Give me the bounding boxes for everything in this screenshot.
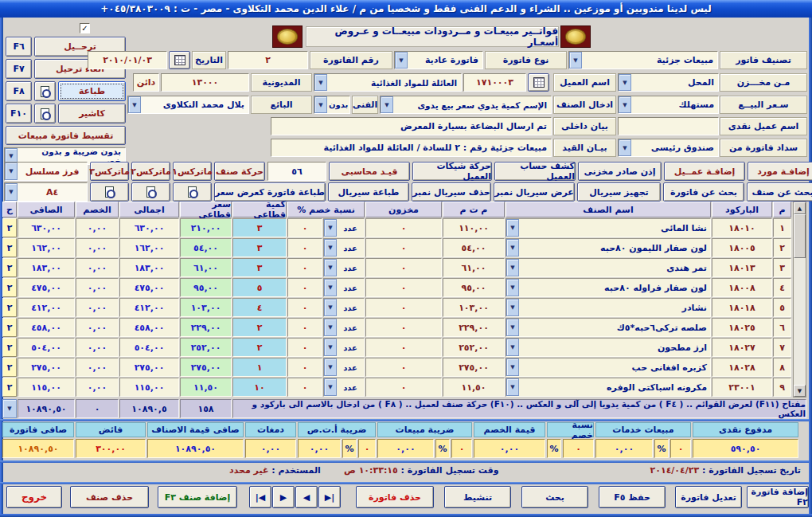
cell-mtm[interactable]: ٥٤,٠٠ [443, 238, 505, 257]
item-movement-button[interactable]: حركة صنف [214, 162, 265, 181]
calendar-button[interactable] [169, 51, 190, 69]
stock-issue-button[interactable]: إذن صادر مخزنى [578, 162, 662, 181]
cell-total[interactable]: ٤١٢,٠٠ [119, 298, 179, 317]
cell-discount[interactable]: ٠,٠٠ [76, 358, 119, 377]
add-customer-button[interactable]: إضافـة عمــيل [664, 162, 745, 181]
cell-discount-pct[interactable]: ٠ [287, 338, 322, 357]
matrix1-button[interactable]: ماتركس١ [173, 162, 212, 181]
unit-combo[interactable]: ▼عدد [323, 218, 365, 237]
cell-retail-qty[interactable]: ٣ [232, 218, 287, 237]
search-item-button[interactable]: بحث عن صنف [747, 182, 812, 202]
item-name-combo[interactable]: ▼مكرونه اسباكتى الوفره [506, 378, 711, 397]
item-name-combo[interactable]: ▼ارز مطحون [506, 338, 711, 357]
delete-invoice-button[interactable]: حذف فاتورة [356, 486, 434, 508]
cell-discount[interactable]: ٠,٠٠ [76, 278, 119, 297]
item-name-combo[interactable]: ▼لون صفار فراوله ٨٠حبه [506, 278, 711, 297]
stamps-value[interactable]: ٠,٠٠ [245, 439, 296, 458]
row-expand-button[interactable]: ٢ [2, 338, 17, 357]
f7-key-button[interactable]: F٧ [6, 59, 32, 79]
services-value[interactable]: ٠,٠٠ [595, 439, 653, 458]
cell-discount[interactable]: ٠,٠٠ [76, 378, 119, 397]
cell-discount[interactable]: ٠,٠٠ [76, 338, 119, 357]
counter-field[interactable]: ٥٦ [267, 162, 326, 181]
cell-barcode[interactable]: ١٨٠٠٨ [712, 278, 772, 297]
cell-retail-qty[interactable]: ٢ [232, 318, 287, 337]
cell-discount-pct[interactable]: ٠ [287, 278, 322, 297]
cell-discount-pct[interactable]: ٠ [287, 318, 322, 337]
print-preview-button[interactable] [34, 81, 56, 101]
cell-retail-qty[interactable]: ١ [232, 358, 287, 377]
hints-dropdown-button[interactable]: ▼ [2, 399, 17, 418]
cell-retail-qty[interactable]: ٢ [232, 338, 287, 357]
exit-button[interactable]: خروج [6, 486, 62, 508]
warehouse-combo[interactable]: ▼ المحل [618, 73, 719, 92]
unit-combo[interactable]: ▼عدد [323, 338, 365, 357]
add-invoice-button[interactable]: إضافة فاتورة F٢ [747, 486, 809, 508]
row-expand-button[interactable]: ٢ [2, 298, 17, 317]
item-name-combo[interactable]: ▼نشادر [506, 298, 711, 317]
add-item-button[interactable]: إضافة صنف F٣ [158, 486, 237, 508]
cell-retail-price[interactable]: ٥٤,٠٠ [180, 238, 232, 257]
delete-serial-button[interactable]: حذف سيريال نمبر [412, 182, 491, 202]
cell-retail-qty[interactable]: ١٠ [232, 378, 287, 397]
cell-discount[interactable]: ٠,٠٠ [76, 218, 119, 237]
cell-mtm[interactable]: ٦١,٠٠ [443, 258, 505, 277]
print-serial-button[interactable]: طباعة سيريال [328, 182, 409, 202]
f8-key-button[interactable]: F٨ [6, 81, 32, 101]
cell-barcode[interactable]: ١٨٠١٠ [712, 218, 772, 237]
ats-tax-value[interactable]: ٠,٠٠ [298, 439, 341, 458]
cell-net[interactable]: ٤٧٥,٠٠ [18, 278, 75, 297]
cell-total[interactable]: ٤٧٥,٠٠ [119, 278, 179, 297]
cell-mtm[interactable]: ٢٥٢,٠٠ [443, 338, 505, 357]
cell-retail-qty[interactable]: ٣ [232, 238, 287, 257]
cell-net[interactable]: ٤١٢,٠٠ [18, 298, 75, 317]
payment-from-combo[interactable]: ▼ صندوق رئيسى [618, 139, 719, 157]
cell-mtm[interactable]: ١١,٥٠ [443, 378, 505, 397]
prepare-serial-button[interactable]: تجهيز سيريال [577, 182, 661, 202]
discount-value[interactable]: ٠,٠٠ [474, 439, 545, 458]
cell-stock[interactable]: ٠ [365, 258, 442, 277]
cell-discount-pct[interactable]: ٠ [287, 238, 322, 257]
cell-mtm[interactable]: ٢٧٥,٠٠ [443, 358, 505, 377]
cell-total[interactable]: ١٦٢,٠٠ [119, 238, 179, 257]
nav-last-button[interactable]: ▶| [318, 486, 341, 508]
unit-combo[interactable]: ▼عدد [323, 258, 365, 277]
accounting-entry-button[interactable]: قيـد محاسبى [329, 162, 410, 181]
cell-retail-qty[interactable]: ٣ [232, 258, 287, 277]
invoice-number-field[interactable]: ٢ [228, 51, 308, 69]
invoice-type-combo[interactable]: ▼ فاتورة عادية [394, 51, 483, 69]
unit-combo[interactable]: ▼عدد [323, 318, 365, 337]
activate-button[interactable]: تنشيط [444, 486, 511, 508]
cell-stock[interactable]: ٠ [365, 318, 442, 337]
nav-next-button[interactable]: ▶ [272, 486, 295, 508]
cell-stock[interactable]: ٠ [365, 378, 442, 397]
unit-combo[interactable]: ▼عدد [323, 378, 365, 397]
print-button[interactable]: طباعة [58, 81, 126, 101]
scroll-down-icon[interactable]: ▼ [794, 385, 806, 397]
row-expand-button[interactable]: ٢ [2, 238, 17, 257]
cell-total[interactable]: ٦٣٠,٠٠ [119, 218, 179, 237]
serial-sort-combo[interactable]: ▼ فرز مسلسل [4, 162, 88, 181]
cell-net[interactable]: ٦٣٠,٠٠ [18, 218, 75, 237]
cell-discount[interactable]: ٠,٠٠ [76, 318, 119, 337]
cell-net[interactable]: ١٨٣,٠٠ [18, 258, 75, 277]
price-type-combo[interactable]: ▼ مستهلك [618, 96, 719, 114]
entry-mode-combo[interactable]: ▼ الإسم كمية يدوي سعر بيع يدوى [380, 96, 552, 114]
cash-customer-field[interactable] [618, 117, 719, 135]
cell-discount-pct[interactable]: ٠ [287, 378, 322, 397]
cell-net[interactable]: ١١٥,٠٠ [18, 378, 75, 397]
cashier-preview-button[interactable] [34, 104, 56, 123]
customer-lookup-button[interactable] [528, 73, 549, 92]
entry-note-field[interactable]: مبيعات جزئية رقم : ٢ للسادة / العائلة لل… [271, 139, 552, 157]
invoice-date-field[interactable]: ٢٠١٠/٠١/٠٣ [88, 51, 167, 69]
edit-invoice-button[interactable]: تعديل فاتورة [675, 486, 742, 508]
cell-retail-price[interactable]: ١١,٥٠ [180, 378, 232, 397]
print-preview-1-button[interactable] [90, 182, 129, 202]
scrollbar-track[interactable] [794, 258, 806, 385]
cell-retail-price[interactable]: ٢١٠,٠٠ [180, 218, 232, 237]
f10-key-button[interactable]: F١٠ [6, 104, 32, 123]
cell-net[interactable]: ١٦٢,٠٠ [18, 238, 75, 257]
cell-retail-qty[interactable]: ٤ [232, 298, 287, 317]
matrix3-button[interactable]: ماتركس٣ [90, 162, 129, 181]
technician-combo[interactable]: ▼ بدون [314, 96, 350, 114]
